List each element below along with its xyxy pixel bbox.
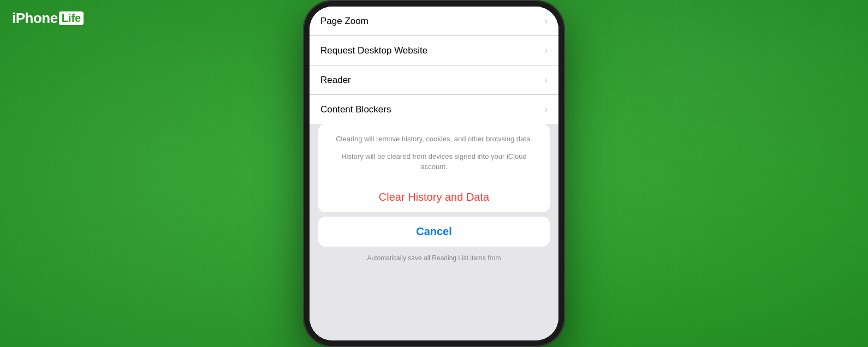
action-sheet-cancel-group: Cancel [318,217,550,247]
settings-item-content-blockers[interactable]: Content Blockers › [310,95,558,124]
action-sheet-message-group: Clearing will remove history, cookies, a… [318,124,550,212]
chevron-icon: › [544,104,548,115]
settings-item-page-zoom[interactable]: Page Zoom › [310,7,558,36]
chevron-icon: › [544,74,548,86]
chevron-icon: › [544,15,548,27]
logo-iphone-text: iPhone [12,10,58,27]
settings-item-label: Page Zoom [320,16,368,27]
action-sheet-message-secondary: History will be cleared from devices sig… [327,151,541,172]
action-sheet-message: Clearing will remove history, cookies, a… [318,124,550,182]
iphone-life-logo: iPhone Life [12,10,84,27]
settings-item-request-desktop[interactable]: Request Desktop Website › [310,36,558,65]
settings-item-label: Reader [320,75,351,86]
reading-list-text: Automatically save all Reading List item… [367,254,501,262]
action-sheet-wrapper: Clearing will remove history, cookies, a… [310,124,558,340]
phone-shell: Page Zoom › Request Desktop Website › Re… [303,0,565,347]
settings-item-reader[interactable]: Reader › [310,65,558,95]
chevron-icon: › [544,45,548,56]
logo-life-text: Life [59,11,84,25]
settings-list: Page Zoom › Request Desktop Website › Re… [310,7,558,124]
reading-list-row: Automatically save all Reading List item… [318,251,550,262]
phone-screen: Page Zoom › Request Desktop Website › Re… [310,7,558,340]
settings-item-label: Content Blockers [320,104,391,115]
action-sheet-message-primary: Clearing will remove history, cookies, a… [327,134,541,145]
clear-history-button[interactable]: Clear History and Data [318,182,550,212]
cancel-button[interactable]: Cancel [318,217,550,247]
settings-item-label: Request Desktop Website [320,45,427,56]
